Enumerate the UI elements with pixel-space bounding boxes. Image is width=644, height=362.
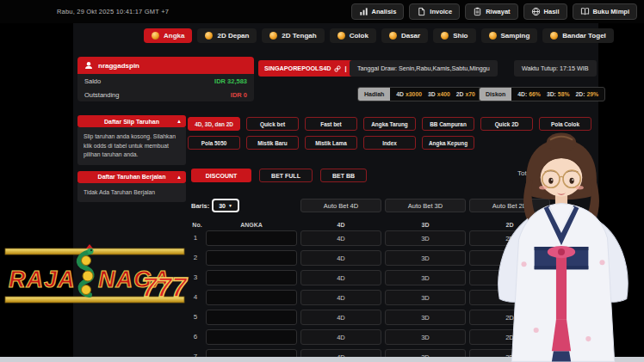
lottery-ball-icon [389, 32, 397, 40]
datetime-label: Rabu, 29 Okt 2025 10:41:17 GMT +7 [57, 8, 169, 15]
hadiah-label: Hadiah [358, 88, 390, 101]
game-type-tabs: Angka 2D Depan 2D Tengah Colok Dasar Shi… [144, 28, 614, 43]
bet-3d-cell[interactable]: 3D [385, 310, 466, 325]
bet-4d-cell[interactable]: 4D [300, 230, 381, 246]
analisis-button[interactable]: Analisis [351, 3, 405, 20]
bar-chart-icon [359, 7, 368, 16]
lottery-ball-icon [205, 32, 213, 40]
chevron-down-icon: ▼ [228, 203, 232, 208]
slip-empty-message: Slip taruhan anda kosong. Silahkan klik … [77, 127, 186, 165]
bet-full-button[interactable]: BET FULL [259, 169, 313, 182]
topbar: Rabu, 29 Okt 2025 10:41:17 GMT +7 Analis… [0, 0, 644, 23]
bet-4d-cell[interactable]: 4D [300, 310, 381, 325]
user-icon [84, 61, 93, 70]
lottery-ball-icon [489, 32, 497, 40]
tab-colok[interactable]: Colok [330, 28, 376, 43]
analisis-label: Analisis [372, 8, 397, 15]
close-time-pill: Waktu Tutup: 17:15 WIB [514, 60, 597, 77]
bet-type-bb-campuran[interactable]: BB Campuran [422, 117, 474, 131]
auto-bet-4d-button[interactable]: Auto Bet 4D [300, 199, 381, 212]
diskon-3d: 3D:58% [547, 91, 570, 97]
col-header-no: No. [189, 222, 205, 228]
angka-input[interactable] [206, 310, 297, 325]
username-header[interactable]: nraggadspin [77, 57, 254, 74]
bet-type-pola-5050[interactable]: Pola 5050 [188, 136, 240, 150]
outstanding-row: Outstanding IDR 0 [77, 88, 254, 101]
riwayat-button[interactable]: Riwayat [465, 3, 517, 20]
hasil-button[interactable]: Hasil [523, 3, 567, 20]
market-separator: | [344, 64, 346, 72]
collapse-icon: ▲ [176, 175, 182, 180]
bet-4d-cell[interactable]: 4D [300, 270, 381, 285]
tab-2d-tengah[interactable]: 2D Tengah [262, 28, 324, 43]
bet-4d-cell[interactable]: 4D [300, 329, 381, 345]
invoice-button[interactable]: Invoice [409, 3, 460, 20]
running-bets-header[interactable]: Daftar Taruhan Berjalan ▲ [77, 171, 186, 183]
lottery-ball-icon [269, 32, 277, 40]
globe-icon [531, 7, 541, 16]
slip-panel-header[interactable]: Daftar Slip Taruhan ▲ [77, 115, 186, 127]
bet-3d-cell[interactable]: 3D [385, 329, 466, 345]
saldo-value: IDR 32,583 [214, 77, 247, 85]
bet-type-quick-bet[interactable]: Quick bet [246, 117, 299, 131]
tab-dasar[interactable]: Dasar [381, 28, 428, 43]
bet-bb-button[interactable]: BET BB [320, 169, 367, 182]
tab-angka[interactable]: Angka [144, 28, 192, 43]
slip-title: Daftar Slip Taruhan [104, 119, 159, 125]
bet-type-quick-2d[interactable]: Quick 2D [480, 117, 533, 131]
row-number: 2 [189, 250, 201, 266]
bet-type-4d3d2d[interactable]: 4D, 3D, dan 2D [188, 117, 240, 131]
angka-input[interactable] [206, 250, 297, 266]
diskon-4d: 4D:66% [517, 91, 541, 97]
row-number: 1 [189, 230, 201, 246]
tab-shio[interactable]: Shio [433, 28, 475, 43]
logo-word-raja: RAJA [9, 267, 76, 292]
col-header-angka: ANGKA [206, 222, 297, 228]
tab-label: 2D Depan [217, 32, 249, 40]
bet-3d-cell[interactable]: 3D [385, 250, 466, 266]
bet-type-fast-bet[interactable]: Fast bet [305, 117, 357, 131]
running-title: Daftar Taruhan Berjalan [98, 174, 166, 180]
tab-2d-depan[interactable]: 2D Depan [197, 28, 257, 43]
invoice-label: Invoice [430, 8, 452, 15]
lottery-ball-icon [550, 32, 558, 40]
angka-input[interactable] [206, 329, 297, 345]
discount-group: Diskon 4D:66% 3D:58% 2D:29% [479, 87, 605, 101]
bet-type-angka-kepung[interactable]: Angka Kepung [422, 136, 474, 150]
bet-type-pola-colok[interactable]: Pola Colok [539, 117, 591, 131]
discount-button[interactable]: DISCOUNT [191, 169, 251, 182]
username: nraggadspin [98, 62, 139, 70]
book-icon [580, 7, 590, 16]
hadiah-3d: 3Dx400 [428, 91, 450, 97]
bet-4d-cell[interactable]: 4D [300, 290, 381, 305]
bet-type-angka-tarung[interactable]: Angka Tarung [363, 117, 416, 131]
bet-4d-cell[interactable]: 4D [300, 250, 381, 266]
bet-type-mistik-lama[interactable]: Mistik Lama [305, 136, 357, 150]
angka-input[interactable] [206, 270, 297, 285]
bet-type-index[interactable]: Index [363, 136, 416, 150]
hadiah-values: 4Dx3000 3Dx400 2Dx70 [390, 88, 480, 101]
tab-samping[interactable]: Samping [481, 28, 538, 43]
diskon-2d: 2D:29% [575, 91, 598, 97]
tab-label: Dasar [401, 32, 420, 40]
tab-bandar-togel[interactable]: Bandar Togel [542, 28, 614, 43]
user-panel: nraggadspin Saldo IDR 32,583 Outstanding… [77, 57, 254, 101]
mascot-girl-image [479, 132, 644, 362]
tab-label: Shio [453, 32, 468, 40]
bet-3d-cell[interactable]: 3D [385, 290, 466, 305]
rows-select[interactable]: 30 ▼ [212, 199, 239, 212]
market-name: SINGAPOREPOOLS4D [264, 64, 331, 72]
buku-mimpi-button[interactable]: Buku Mimpi [573, 3, 638, 20]
angka-input[interactable] [206, 230, 297, 246]
row-number: 5 [189, 310, 201, 325]
auto-bet-3d-button[interactable]: Auto Bet 3D [385, 199, 466, 212]
row-number: 3 [189, 270, 201, 285]
bet-3d-cell[interactable]: 3D [385, 230, 466, 246]
angka-input[interactable] [206, 290, 297, 305]
prize-group: Hadiah 4Dx3000 3Dx400 2Dx70 [357, 87, 482, 101]
buku-mimpi-label: Buku Mimpi [593, 8, 630, 15]
bet-3d-cell[interactable]: 3D [385, 270, 466, 285]
tab-label: Colok [350, 32, 368, 40]
bet-type-mistik-baru[interactable]: Mistik Baru [246, 136, 299, 150]
link-icon [334, 65, 341, 72]
